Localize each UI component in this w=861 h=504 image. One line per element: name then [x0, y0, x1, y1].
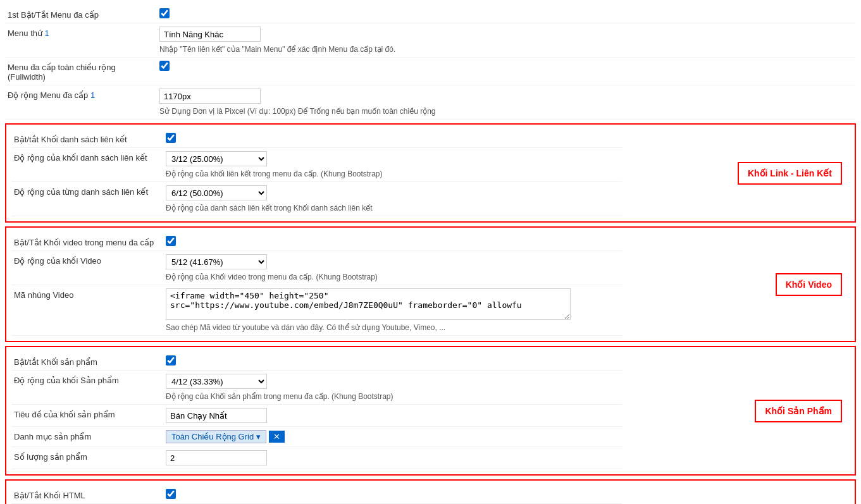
label-video-toggle: Bật/Tắt Khối video trong menu đa cấp: [14, 236, 166, 247]
checkbox-menu-toggle[interactable]: [159, 8, 170, 18]
section-product: Bật/tắt Khối sản phẩm Độ rộng của khối S…: [5, 346, 856, 476]
label-video-width: Độ rộng của khối Video: [14, 254, 166, 266]
control-video-toggle: [166, 236, 619, 246]
section-video: Bật/Tắt Khối video trong menu đa cấp Độ …: [5, 226, 856, 342]
control-menu-toggle: [159, 8, 853, 18]
section-link: Bật/tắt Khối danh sách liên kết Độ rộng …: [5, 123, 856, 223]
label-fullwidth: Menu đa cấp toàn chiều rộng (Fullwidth): [8, 61, 159, 82]
do-rong-hint: Sử Dụng Đơn vị là Pixcel (Ví dụ: 100px) …: [159, 107, 853, 116]
label-product-qty: Số lượng sản phẩm: [14, 450, 166, 462]
section-link-inner: Bật/tắt Khối danh sách liên kết Độ rộng …: [9, 127, 852, 219]
label-box-link: Khối Link - Liên Kết: [738, 162, 842, 185]
control-video-width: 5/12 (41.67%) Độ rộng của Khối video tro…: [166, 254, 619, 281]
label-do-rong-menu: Độ rộng Menu đa cấp 1: [8, 89, 159, 100]
row-menu-toggle: 1st Bật/Tắt Menu đa cấp: [5, 5, 856, 23]
row-menu-thu: Menu thứ 1 Nhập "Tên liên kết" của "Main…: [5, 23, 856, 58]
checkbox-product-toggle[interactable]: [166, 355, 176, 366]
row-video-width: Độ rộng của khối Video 5/12 (41.67%) Độ …: [11, 251, 622, 285]
chevron-down-icon: ▾: [256, 432, 261, 441]
select-product-width[interactable]: 4/12 (33.33%): [166, 374, 267, 389]
hint-video-width: Độ rộng của Khối video trong menu đa cấp…: [166, 273, 619, 281]
checkbox-link-toggle[interactable]: [166, 133, 176, 143]
control-product-width: 4/12 (33.33%) Độ rộng của Khối sản phẩm …: [166, 374, 619, 401]
menu-thu-hint: Nhập "Tên liên kết" của "Main Menu" để x…: [159, 45, 853, 54]
row-link-list-width: Độ rộng của từng danh sách liên kết 6/12…: [11, 182, 622, 216]
label-product-title: Tiêu đề của khối sản phẩm: [14, 408, 166, 419]
control-link-width: 3/12 (25.00%) Độ rộng của khối liên kết …: [166, 151, 619, 178]
label-product-category: Danh mục sản phẩm: [14, 430, 166, 441]
label-video-embed: Mã nhúng Video: [14, 288, 166, 300]
label-link-list-width: Độ rộng của từng danh sách liên kết: [14, 185, 166, 197]
menu-thu-input[interactable]: [159, 27, 261, 42]
label-html-toggle: Bật/Tắt Khối HTML: [14, 489, 166, 500]
control-do-rong-menu: Sử Dụng Đơn vị là Pixcel (Ví dụ: 100px) …: [159, 89, 853, 116]
select-link-list-width[interactable]: 6/12 (50.00%): [166, 185, 267, 200]
row-product-toggle: Bật/tắt Khối sản phẩm: [11, 352, 622, 371]
label-product-toggle: Bật/tắt Khối sản phẩm: [14, 355, 166, 367]
control-video-embed: <iframe width="450" height="250" src="ht…: [166, 288, 619, 332]
row-link-toggle: Bật/tắt Khối danh sách liên kết: [11, 130, 622, 148]
label-box-video: Khối Video: [776, 273, 842, 296]
row-product-qty: Số lượng sản phẩm: [11, 447, 622, 469]
row-product-width: Độ rộng của khối Sản phẩm 4/12 (33.33%) …: [11, 371, 622, 405]
row-html-toggle: Bật/Tắt Khối HTML: [11, 486, 622, 504]
row-video-embed: Mã nhúng Video <iframe width="450" heigh…: [11, 285, 622, 336]
select-link-width[interactable]: 3/12 (25.00%): [166, 151, 267, 166]
section-html: Bật/Tắt Khối HTML Độ rộng của khối HTML …: [5, 479, 856, 504]
hint-product-width: Độ rộng của Khối sản phẩm trong menu đa …: [166, 392, 619, 401]
row-fullwidth: Menu đa cấp toàn chiều rộng (Fullwidth): [5, 58, 856, 85]
section-product-content: Bật/tắt Khối sản phẩm Độ rộng của khối S…: [11, 352, 622, 469]
section-product-side: Khối Sản Phẩm: [622, 352, 850, 403]
checkbox-html-toggle[interactable]: [166, 489, 176, 499]
checkbox-video-toggle[interactable]: [166, 236, 176, 246]
page-wrapper: 1st Bật/Tắt Menu đa cấp Menu thứ 1 Nhập …: [0, 0, 861, 504]
section-html-content: Bật/Tắt Khối HTML Độ rộng của khối HTML …: [11, 486, 622, 504]
label-menu-thu: Menu thứ 1: [8, 27, 159, 38]
control-product-title: [166, 408, 619, 423]
label-product-width: Độ rộng của khối Sản phẩm: [14, 374, 166, 385]
label-menu-toggle: 1st Bật/Tắt Menu đa cấp: [8, 8, 159, 20]
hint-link-list-width: Độ rộng của danh sách liên kết trong Khố…: [166, 204, 619, 212]
section-html-inner: Bật/Tắt Khối HTML Độ rộng của khối HTML …: [9, 483, 852, 504]
input-product-qty[interactable]: [166, 450, 267, 465]
section-video-content: Bật/Tắt Khối video trong menu đa cấp Độ …: [11, 233, 622, 336]
btn-product-category[interactable]: Toàn Chiều Rộng Grid ▾: [166, 430, 266, 443]
control-menu-thu: Nhập "Tên liên kết" của "Main Menu" để x…: [159, 27, 853, 54]
section-link-side: Khối Link - Liên Kết: [622, 130, 850, 180]
control-link-list-width: 6/12 (50.00%) Độ rộng của danh sách liên…: [166, 185, 619, 212]
section-video-inner: Bật/Tắt Khối video trong menu đa cấp Độ …: [9, 230, 852, 338]
hint-link-width: Độ rộng của khối liên kết trong menu đa …: [166, 169, 619, 178]
label-box-product: Khối Sản Phẩm: [755, 400, 842, 422]
section-product-inner: Bật/tắt Khối sản phẩm Độ rộng của khối S…: [9, 350, 852, 472]
row-product-title: Tiêu đề của khối sản phẩm: [11, 405, 622, 427]
textarea-video-embed[interactable]: <iframe width="450" height="250" src="ht…: [166, 288, 571, 320]
select-video-width[interactable]: 5/12 (41.67%): [166, 254, 267, 269]
row-video-toggle: Bật/Tắt Khối video trong menu đa cấp: [11, 233, 622, 251]
do-rong-link[interactable]: 1: [90, 90, 95, 100]
input-product-title[interactable]: [166, 408, 267, 423]
label-link-toggle: Bật/tắt Khối danh sách liên kết: [14, 133, 166, 144]
section-link-content: Bật/tắt Khối danh sách liên kết Độ rộng …: [11, 130, 622, 216]
control-product-qty: [166, 450, 619, 465]
section-html-side: Khối HTML gồm ảnh và phần text giới thiệ…: [622, 486, 850, 504]
control-html-toggle: [166, 489, 619, 499]
control-product-toggle: [166, 355, 619, 366]
control-link-toggle: [166, 133, 619, 143]
hint-video-embed: Sao chép Mã video từ youtube và dán vào …: [166, 323, 619, 332]
label-link-width: Độ rộng của khối danh sách liên kết: [14, 151, 166, 163]
do-rong-input[interactable]: [159, 89, 261, 104]
btn-clear-category[interactable]: ✕: [269, 431, 285, 443]
row-do-rong-menu: Độ rộng Menu đa cấp 1 Sử Dụng Đơn vị là …: [5, 85, 856, 120]
row-product-category: Danh mục sản phẩm Toàn Chiều Rộng Grid ▾…: [11, 427, 622, 447]
section-video-side: Khối Video: [622, 233, 850, 283]
menu-thu-link[interactable]: 1: [45, 28, 49, 38]
row-link-width: Độ rộng của khối danh sách liên kết 3/12…: [11, 148, 622, 182]
checkbox-fullwidth[interactable]: [159, 61, 170, 71]
product-category-row: Toàn Chiều Rộng Grid ▾ ✕: [166, 430, 619, 443]
control-fullwidth: [159, 61, 853, 71]
control-product-category: Toàn Chiều Rộng Grid ▾ ✕: [166, 430, 619, 443]
